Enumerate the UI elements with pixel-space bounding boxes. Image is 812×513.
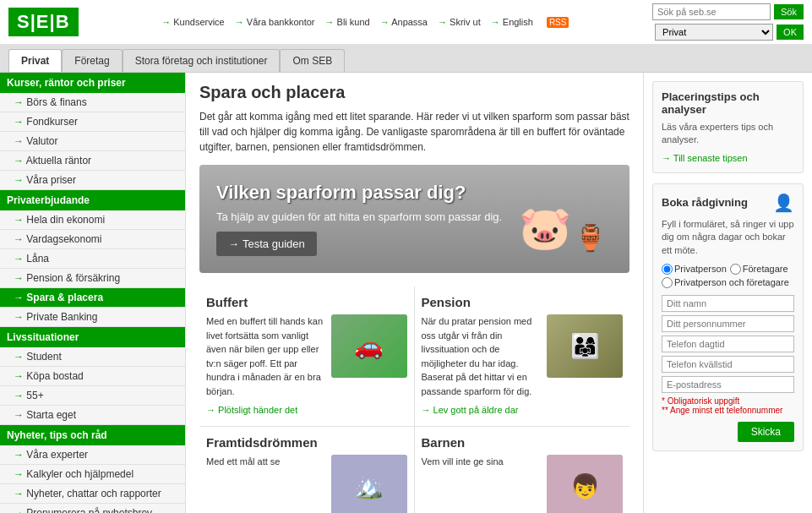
- search-input[interactable]: [652, 3, 771, 20]
- main-tabs: Privat Företag Stora företag och institu…: [0, 44, 812, 72]
- main-content: Spara och placera Det går att komma igån…: [186, 73, 643, 513]
- ok-button[interactable]: OK: [777, 25, 804, 40]
- tab-om-seb[interactable]: Om SEB: [280, 49, 345, 72]
- sidebar-item-starta-eget[interactable]: Starta eget: [0, 406, 185, 425]
- sidebar-item-valutor[interactable]: Valutor: [0, 132, 185, 151]
- field-personnummer[interactable]: [662, 315, 794, 332]
- card-buffert-title: Buffert: [206, 295, 407, 309]
- search-button[interactable]: Sök: [774, 4, 804, 19]
- guide-heading: Vilken sparform passar dig?: [216, 182, 502, 204]
- language-select[interactable]: Privat Företag: [655, 24, 773, 41]
- sidebar-item-priser[interactable]: Våra priser: [0, 171, 185, 190]
- field-epost[interactable]: [662, 376, 794, 393]
- sidebar-item-experter[interactable]: Våra experter: [0, 445, 185, 465]
- guide-link[interactable]: Testa guiden: [216, 232, 317, 256]
- booking-box: Boka rådgivning 👤 Fyll i formuläret, så …: [652, 183, 804, 451]
- guide-subtext: Ta hjälp av guiden för att hitta en spar…: [216, 210, 502, 223]
- guide-image: 🐷 🏺: [511, 185, 613, 253]
- sidebar-item-spara[interactable]: Spara & placera: [0, 288, 185, 308]
- page-title: Spara och placera: [199, 83, 629, 102]
- nav-anpassa[interactable]: Anpassa: [380, 17, 428, 27]
- right-panel: Placeringstips och analyser Läs våra exp…: [643, 73, 812, 513]
- tab-stora-foretag[interactable]: Stora företag och institutioner: [123, 49, 281, 72]
- card-framtid-title: Framtidsdrömmen: [206, 435, 407, 450]
- sidebar-item-nyheter[interactable]: Nyheter, chattar och rapporter: [0, 484, 185, 504]
- sidebar-item-vardag[interactable]: Vardagsekonomi: [0, 230, 185, 249]
- sidebar-item-lana[interactable]: Låna: [0, 249, 185, 269]
- card-barnen-image: 👦: [547, 455, 623, 514]
- card-barnen: Barnen Vem vill inte ge sina 👦: [415, 427, 630, 514]
- person-icon: 👤: [773, 193, 794, 213]
- nav-kundservice[interactable]: Kundservice: [161, 17, 225, 27]
- card-framtid-text: Med ett mål att se: [206, 456, 280, 467]
- radio-group: Privatperson Företagare Privatperson och…: [662, 264, 794, 288]
- card-buffert-link[interactable]: Plötsligt händer det: [206, 403, 324, 417]
- card-framtid: Framtidsdrömmen Med ett mål att se 🏔️: [199, 427, 415, 514]
- card-buffert: Buffert Med en buffert till hands kan li…: [199, 287, 415, 427]
- tab-privat[interactable]: Privat: [8, 49, 62, 72]
- search-area: Sök Privat Företag OK: [652, 3, 804, 41]
- card-pension-text: När du pratar pension med oss utgår vi f…: [422, 316, 532, 396]
- sidebar-item-55plus[interactable]: 55+: [0, 386, 185, 406]
- required-note1: * Obligatorisk uppgift: [662, 396, 794, 406]
- card-pension-link[interactable]: Lev gott på äldre dar: [422, 403, 541, 417]
- sidebar-header-privat: Privaterbjudande: [0, 190, 185, 210]
- sidebar-header-livs: Livssituationer: [0, 327, 185, 347]
- sidebar-item-student[interactable]: Student: [0, 347, 185, 367]
- tips-box: Placeringstips och analyser Läs våra exp…: [652, 81, 804, 173]
- intro-text: Det går att komma igång med ett litet sp…: [199, 109, 629, 155]
- logo: S|E|B: [8, 8, 79, 36]
- card-framtid-image: 🏔️: [331, 455, 407, 514]
- sidebar-item-kalkyler[interactable]: Kalkyler och hjälpmedel: [0, 465, 185, 484]
- card-pension-image: 👨‍👩‍👧: [547, 314, 623, 378]
- card-barnen-title: Barnen: [422, 435, 624, 450]
- tips-link[interactable]: Till senaste tipsen: [662, 153, 748, 163]
- nav-blikund[interactable]: Bli kund: [325, 17, 370, 27]
- card-buffert-image: 🚗: [331, 314, 407, 378]
- nav-skrivut[interactable]: Skriv ut: [438, 17, 481, 27]
- booking-title: Boka rådgivning 👤: [662, 193, 794, 213]
- required-note2: ** Ange minst ett telefonnummer: [662, 406, 794, 415]
- radio-both[interactable]: Privatperson och företagare: [662, 277, 789, 288]
- sidebar-item-bors[interactable]: Börs & finans: [0, 93, 185, 112]
- sidebar-header-kurser: Kurser, räntor och priser: [0, 73, 185, 93]
- sidebar-item-hela-ekonomi[interactable]: Hela din ekonomi: [0, 210, 185, 230]
- card-pension: Pension När du pratar pension med oss ut…: [415, 287, 630, 427]
- field-namn[interactable]: [662, 295, 794, 312]
- booking-text: Fyll i formuläret, så ringer vi upp dig …: [662, 218, 794, 257]
- top-nav: Kundservice Våra bankkontor Bli kund Anp…: [161, 17, 569, 28]
- sidebar-item-rantor[interactable]: Aktuella räntor: [0, 151, 185, 171]
- sidebar-item-pension[interactable]: Pension & försäkring: [0, 269, 185, 288]
- sidebar-header-nyheter: Nyheter, tips och råd: [0, 425, 185, 445]
- card-pension-title: Pension: [422, 295, 624, 309]
- tips-text: Läs våra experters tips och analyser.: [662, 121, 794, 147]
- sidebar-item-prenumerera[interactable]: Prenumerera på nyhetsbrev: [0, 504, 185, 513]
- content-cards: Buffert Med en buffert till hands kan li…: [199, 287, 629, 513]
- sidebar-item-fondkurser[interactable]: Fondkurser: [0, 112, 185, 132]
- rss-icon[interactable]: RSS: [547, 17, 569, 28]
- sidebar-item-kopa-bostad[interactable]: Köpa bostad: [0, 367, 185, 386]
- radio-privatperson[interactable]: Privatperson: [662, 264, 727, 275]
- tips-title: Placeringstips och analyser: [662, 90, 794, 116]
- nav-bankkontor[interactable]: Våra bankkontor: [235, 17, 315, 27]
- sidebar-item-private-banking[interactable]: Private Banking: [0, 308, 185, 327]
- nav-english[interactable]: English: [491, 17, 533, 27]
- field-telefon-dag[interactable]: [662, 336, 794, 352]
- card-barnen-text: Vem vill inte ge sina: [422, 456, 504, 467]
- radio-foretagare[interactable]: Företagare: [730, 264, 788, 275]
- submit-button[interactable]: Skicka: [738, 422, 794, 442]
- tab-foretag[interactable]: Företag: [62, 49, 122, 72]
- main-layout: Kurser, räntor och priser Börs & finans …: [0, 73, 812, 513]
- field-telefon-kval[interactable]: [662, 356, 794, 373]
- guide-banner: Vilken sparform passar dig? Ta hjälp av …: [199, 165, 629, 273]
- card-buffert-text: Med en buffert till hands kan livet fort…: [206, 316, 323, 396]
- sidebar: Kurser, räntor och priser Börs & finans …: [0, 73, 186, 513]
